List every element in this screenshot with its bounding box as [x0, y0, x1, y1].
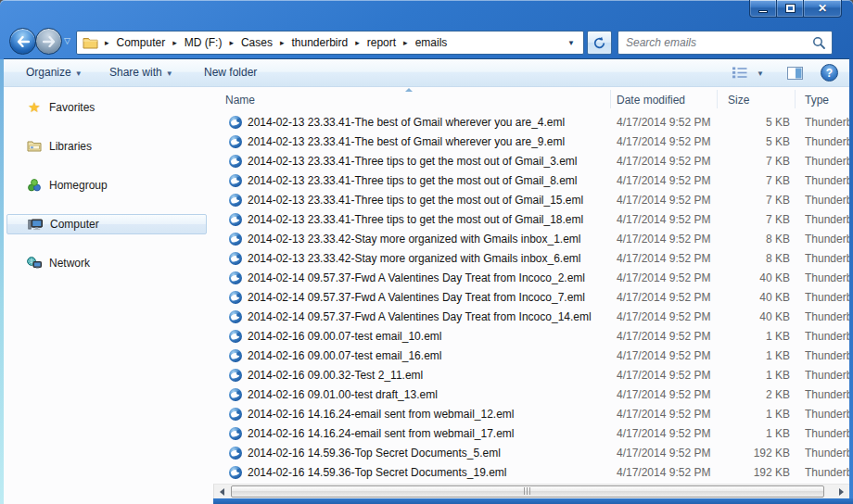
file-date-modified: 4/17/2014 9:52 PM [617, 308, 715, 327]
file-date-modified: 4/17/2014 9:52 PM [617, 327, 715, 346]
organize-menu[interactable]: Organize▼ [26, 66, 83, 79]
explorer-body: ★ Favorites Libraries Homegroup [4, 87, 849, 504]
scrollbar-thumb[interactable] [231, 485, 824, 498]
breadcrumb-item-drive[interactable]: MD (F:) [182, 36, 225, 49]
breadcrumb-item-thunderbird[interactable]: thunderbird [288, 36, 350, 49]
maximize-button[interactable] [776, 0, 804, 18]
window-bottom-border [213, 498, 853, 504]
file-date-modified: 4/17/2014 9:52 PM [617, 113, 715, 132]
file-row[interactable]: 2014-02-16 09.00.07-test email_10.eml4/1… [213, 327, 849, 346]
file-row[interactable]: 2014-02-16 09.01.00-test draft_13.eml4/1… [213, 385, 849, 405]
file-row[interactable]: 2014-02-16 09.00.07-test email_16.eml4/1… [213, 346, 849, 366]
column-divider[interactable] [795, 90, 796, 108]
file-date-modified: 4/17/2014 9:52 PM [617, 191, 715, 210]
file-row[interactable]: 2014-02-14 09.57.37-Fwd A Valentines Day… [213, 269, 849, 288]
favorites-star-icon: ★ [27, 100, 42, 115]
help-button[interactable]: ? [821, 64, 838, 82]
views-button[interactable] [732, 67, 747, 82]
file-row[interactable]: 2014-02-14 09.57.37-Fwd A Valentines Day… [213, 288, 849, 308]
search-input[interactable] [624, 35, 812, 50]
file-row[interactable]: 2014-02-13 23.33.41-Three tips to get th… [213, 152, 849, 171]
file-row[interactable]: 2014-02-16 14.59.36-Top Secret Documents… [213, 444, 849, 463]
column-divider[interactable] [717, 90, 718, 108]
file-date-modified: 4/17/2014 9:52 PM [617, 288, 715, 308]
file-row[interactable]: 2014-02-13 23.33.41-Three tips to get th… [213, 171, 849, 191]
search-icon[interactable] [812, 36, 826, 50]
close-button[interactable]: ✕ [803, 0, 842, 18]
file-name: 2014-02-13 23.33.41-Three tips to get th… [248, 210, 607, 230]
file-row[interactable]: 2014-02-13 23.33.41-The best of Gmail wh… [213, 113, 849, 132]
file-type: Thunderbird [805, 288, 849, 308]
forward-button[interactable] [35, 28, 62, 55]
file-type: Thunderbird [805, 327, 849, 346]
scrollbar-track[interactable] [230, 485, 834, 499]
file-type: Thunderbird [805, 463, 849, 483]
preview-pane-button[interactable] [787, 67, 803, 82]
file-date-modified: 4/17/2014 9:52 PM [617, 269, 715, 288]
file-type: Thunderbird [805, 269, 849, 288]
minimize-button[interactable] [749, 0, 777, 18]
back-arrow-icon [17, 36, 30, 47]
file-row[interactable]: 2014-02-14 09.57.37-Fwd A Valentines Day… [213, 308, 849, 327]
thunderbird-file-icon [229, 408, 242, 421]
file-name: 2014-02-16 09.01.00-test draft_13.eml [248, 385, 607, 405]
address-bar[interactable]: ▸ Computer ▸ MD (F:) ▸ Cases ▸ thunderbi… [76, 31, 584, 55]
breadcrumb-item-report[interactable]: report [364, 36, 399, 49]
file-row[interactable]: 2014-02-13 23.33.41-The best of Gmail wh… [213, 132, 849, 152]
file-row[interactable]: 2014-02-13 23.33.42-Stay more organized … [213, 230, 849, 249]
sidebar-item-homegroup[interactable]: Homegroup [6, 175, 207, 195]
scroll-right-button[interactable] [834, 485, 849, 499]
file-row[interactable]: 2014-02-13 23.33.42-Stay more organized … [213, 249, 849, 269]
breadcrumb-item-cases[interactable]: Cases [238, 36, 275, 49]
thunderbird-file-icon [229, 466, 242, 479]
column-header-size[interactable]: Size [728, 94, 749, 107]
breadcrumb-item-computer[interactable]: Computer [114, 36, 169, 49]
file-size: 5 KB [713, 132, 790, 152]
breadcrumb-item-emails[interactable]: emails [413, 36, 451, 49]
thunderbird-file-icon [229, 291, 242, 304]
close-icon: ✕ [818, 2, 827, 15]
column-header-name[interactable]: Name [225, 94, 255, 107]
file-row[interactable]: 2014-02-16 09.00.32-Test 2_11.eml4/17/20… [213, 366, 849, 385]
file-date-modified: 4/17/2014 9:52 PM [617, 210, 715, 230]
file-size: 8 KB [713, 249, 790, 269]
sidebar-item-favorites[interactable]: ★ Favorites [6, 97, 207, 118]
file-size: 1 KB [713, 327, 790, 346]
thunderbird-file-icon [229, 349, 242, 362]
file-size: 7 KB [713, 152, 790, 171]
file-size: 40 KB [713, 288, 790, 308]
file-name: 2014-02-13 23.33.41-Three tips to get th… [248, 191, 607, 210]
file-date-modified: 4/17/2014 9:52 PM [617, 405, 715, 424]
share-with-menu[interactable]: Share with▼ [109, 66, 173, 79]
column-header-type[interactable]: Type [805, 94, 829, 107]
preview-pane-icon [787, 67, 803, 80]
views-dropdown-icon[interactable]: ▼ [757, 69, 764, 78]
file-row[interactable]: 2014-02-16 14.16.24-email sent from webm… [213, 424, 849, 444]
column-header-date-modified[interactable]: Date modified [617, 94, 685, 107]
file-type: Thunderbird [805, 210, 849, 230]
refresh-button[interactable] [587, 31, 612, 55]
file-name: 2014-02-13 23.33.41-The best of Gmail wh… [248, 132, 607, 152]
file-date-modified: 4/17/2014 9:52 PM [617, 366, 715, 385]
back-button[interactable] [9, 28, 36, 55]
file-size: 7 KB [713, 191, 790, 210]
scroll-left-button[interactable] [214, 485, 230, 499]
new-folder-button[interactable]: New folder [204, 66, 257, 79]
sidebar-item-libraries[interactable]: Libraries [6, 136, 207, 157]
address-dropdown-icon[interactable]: ▼ [561, 39, 581, 47]
file-row[interactable]: 2014-02-13 23.33.41-Three tips to get th… [213, 210, 849, 230]
breadcrumb-arrow: ▸ [399, 38, 413, 47]
file-size: 1 KB [713, 424, 790, 444]
column-divider[interactable] [610, 90, 611, 108]
recent-pages-chevron[interactable]: ▽ [64, 36, 70, 45]
file-row[interactable]: 2014-02-13 23.33.41-Three tips to get th… [213, 191, 849, 210]
file-type: Thunderbird [805, 230, 849, 249]
file-name: 2014-02-13 23.33.41-The best of Gmail wh… [248, 113, 607, 132]
sort-ascending-icon [405, 88, 413, 92]
file-row[interactable]: 2014-02-16 14.59.36-Top Secret Documents… [213, 463, 849, 483]
file-size: 8 KB [713, 230, 790, 249]
file-type: Thunderbird [805, 346, 849, 366]
file-row[interactable]: 2014-02-16 14.16.24-email sent from webm… [213, 405, 849, 424]
sidebar-item-computer[interactable]: Computer [6, 214, 207, 234]
sidebar-item-network[interactable]: Network [6, 253, 207, 273]
